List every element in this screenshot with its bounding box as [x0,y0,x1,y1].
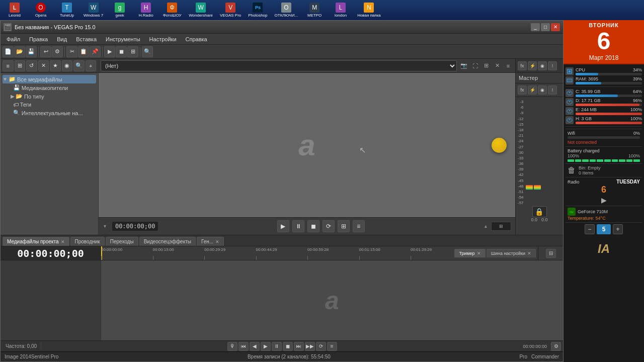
zoom-in-button[interactable]: 🔍 [142,46,153,57]
transport-pause[interactable]: ⏸ [272,342,282,351]
media-add[interactable]: ★ [50,60,61,71]
preview-fullscreen-button[interactable]: ⛶ [470,61,480,71]
mixer-ctrl4[interactable]: ! [548,85,557,95]
taskbar-item-vegas-pro[interactable]: VVEGAS Pro [217,1,244,19]
taskbar-item-новая-папка[interactable]: NНовая папка [354,1,384,19]
mixer-ctrl3[interactable]: ◉ [538,85,547,95]
drive-h-row: H: 3 GB100% [566,116,642,124]
transport-stop[interactable]: ◼ [283,342,293,351]
bottom-tab-3[interactable]: Видеоспецэффекты [139,237,196,246]
bottom-tab-1[interactable]: Проводник [70,237,105,246]
preview-snap-button[interactable]: 📷 [459,61,469,71]
cut-button[interactable]: ✂ [66,46,77,57]
taskbar-item-метро[interactable]: ММЕТРО [302,1,327,19]
taskbar-item-фотошоу[interactable]: ФФотоШОУ [159,1,185,19]
taskbar-item-leonid[interactable]: LLeonid [2,1,27,19]
mixer-fx-button[interactable]: fx [518,61,527,70]
taskbar-item-opera[interactable]: OOpera [28,1,53,19]
volume-plus-button[interactable]: + [613,224,623,234]
tree-item-4[interactable]: 🔍Интеллектуальные на... [3,109,96,117]
timeline-zoom-out[interactable]: ⊟ [546,249,556,258]
preview-menu-button[interactable]: ≡ [503,61,513,71]
transport-back[interactable]: ◀ [250,342,260,351]
media-filter[interactable]: ◉ [62,60,73,71]
mixer-ctrl1[interactable]: fx [518,85,527,95]
volume-minus-button[interactable]: − [585,224,595,234]
transport-play[interactable]: ▶ [261,342,271,351]
mixer-lim-button[interactable]: ! [548,61,557,70]
bottom-tab-0[interactable]: Медиафайлы проекта✕ [3,237,69,246]
media-remove[interactable]: ✕ [38,60,49,71]
maximize-button[interactable]: □ [541,23,550,31]
menu-item-справка[interactable]: Справка [182,35,211,43]
taskbar-item-london[interactable]: Llondon [328,1,353,19]
mixer-eq-button[interactable]: ⚡ [528,61,537,70]
transport-loop[interactable]: ⟳ [316,342,326,351]
close-button[interactable]: ✕ [551,23,560,31]
drive-e-icon [566,107,574,115]
open-button[interactable]: 📂 [14,46,25,57]
taskbar-item-windows-7[interactable]: WWindows 7 [80,1,106,19]
transport-rewind[interactable]: ⏮ [238,342,249,351]
undo-button[interactable]: ↩ [40,46,51,57]
pause-button[interactable]: ⏸ [292,220,304,232]
timeline-settings[interactable]: ⚙ [551,342,561,351]
bottom-tab-4[interactable]: Ген...✕ [197,237,224,246]
menu-item-файл[interactable]: Файл [3,35,24,43]
stop-ctrl-button[interactable]: ◼ [307,220,319,232]
menu-item-правка[interactable]: Правка [25,35,52,43]
preview-close-button[interactable]: ✕ [492,61,502,71]
jog-button[interactable]: ⊞ [338,220,350,232]
timeline-tab-close-1[interactable]: ✕ [527,251,531,256]
new-button[interactable]: 📄 [3,46,14,57]
preview-source-dropdown[interactable]: (Нет) [101,60,457,71]
taskbar-item-tuneup[interactable]: TTuneUp [54,1,79,19]
render-button[interactable]: ▶ [104,46,115,57]
mixer-comp-button[interactable]: ◉ [538,61,547,70]
tree-item-1[interactable]: 💾Медианакопители [3,83,96,92]
paste-button[interactable]: 📌 [90,46,101,57]
media-thumb-view[interactable]: ⊞ [15,60,26,71]
timeline-tab-1[interactable]: Шина настройки✕ [487,249,536,257]
tree-item-3[interactable]: 🏷Теги [3,101,96,109]
menu-item-вставка[interactable]: Вставка [72,35,101,43]
stop-button[interactable]: ◼ [116,46,127,57]
play-button[interactable]: ▶ [277,220,289,232]
copy-button[interactable]: 📋 [78,46,89,57]
radio-play-button[interactable]: ▶ [568,196,640,204]
timeline-tab-0[interactable]: Тример✕ [454,249,485,257]
save-button[interactable]: 💾 [26,46,37,57]
grid-button[interactable]: ⊞ [127,46,138,57]
taskbar-item-geek[interactable]: ggeek [107,1,132,19]
taskbar-item-wondershare[interactable]: WWondershare [186,1,216,19]
transport-fwd[interactable]: ▶▶ [305,342,315,351]
minimize-button[interactable]: _ [531,23,540,31]
loop-button[interactable]: ⟳ [323,220,335,232]
transport-mic[interactable]: 🎙 [227,342,237,351]
tab-close-0[interactable]: ✕ [61,239,65,244]
timeline-ruler[interactable]: 00:00:00:0000:00:15:0000:00:29:2900:00:4… [101,246,452,260]
menu-item-вид[interactable]: Вид [53,35,71,43]
bat-bar-9 [626,159,633,162]
media-search[interactable]: 🔍 [73,60,85,71]
taskbar-item-отключи...[interactable]: ООТКЛЮЧИ... [272,1,301,19]
taskbar-item-photoshop[interactable]: PsPhotoshop [245,1,270,19]
tab-close-4[interactable]: ✕ [215,239,219,244]
menu-item-инструменты[interactable]: Инструменты [102,35,144,43]
bottom-tab-2[interactable]: Переходы [106,237,138,246]
timeline-tab-close-0[interactable]: ✕ [477,251,481,256]
transport-scrub[interactable]: ≡ [327,342,337,351]
taskbar-item-h.radio[interactable]: HH.Radio [133,1,158,19]
menu-item-настройки[interactable]: Настройки [145,35,181,43]
scrub-button[interactable]: ≡ [353,220,365,232]
tree-item-2[interactable]: ▶📂По типу [3,92,96,101]
media-list-view[interactable]: ≡ [3,60,14,71]
mixer-ctrl2[interactable]: ⚡ [528,85,537,95]
timeline-track-data[interactable]: а [101,260,563,340]
media-refresh[interactable]: ↺ [26,60,37,71]
tree-item-0[interactable]: ▼📁Все медиафайлы [3,75,96,83]
settings-button[interactable]: ⚙ [52,46,63,57]
media-zoom[interactable]: + [86,60,97,71]
preview-split-button[interactable]: ⊞ [481,61,491,71]
transport-start[interactable]: ⏭ [294,342,304,351]
